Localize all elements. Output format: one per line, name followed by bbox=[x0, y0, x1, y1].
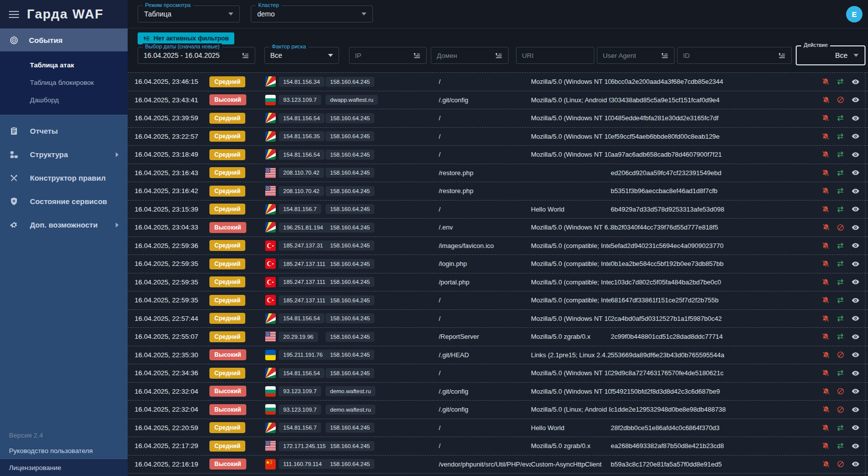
sidebar-item-1[interactable]: Структура bbox=[0, 143, 128, 166]
table-row[interactable]: 16.04.2025, 23:46:15 Средний 154.81.156.… bbox=[128, 72, 868, 91]
active-filters-chip[interactable]: Нет активных фильтров bbox=[138, 32, 234, 44]
notifications-off-icon[interactable] bbox=[822, 296, 830, 304]
view-details-icon[interactable] bbox=[851, 132, 860, 141]
view-details-icon[interactable] bbox=[851, 350, 860, 359]
view-details-icon[interactable] bbox=[851, 332, 860, 341]
notifications-off-icon[interactable] bbox=[822, 241, 830, 250]
action-select[interactable]: Действие Все bbox=[796, 45, 866, 65]
sort-icon[interactable] bbox=[410, 52, 421, 59]
table-row[interactable]: 16.04.2025, 22:20:59 Средний 154.81.156.… bbox=[128, 419, 868, 437]
sidebar-subitem-2[interactable]: Дашборд bbox=[0, 91, 128, 109]
notifications-off-icon[interactable] bbox=[822, 150, 830, 159]
notifications-off-icon[interactable] bbox=[822, 169, 830, 177]
view-details-icon[interactable] bbox=[851, 223, 860, 232]
view-details-icon[interactable] bbox=[851, 423, 860, 432]
view-details-icon[interactable] bbox=[851, 369, 860, 378]
table-row[interactable]: 16.04.2025, 23:18:49 Средний 154.81.156.… bbox=[128, 145, 868, 164]
notifications-off-icon[interactable] bbox=[822, 387, 830, 396]
view-details-icon[interactable] bbox=[851, 277, 860, 286]
ip-filter[interactable] bbox=[349, 47, 427, 64]
view-details-icon[interactable] bbox=[851, 405, 860, 414]
view-details-icon[interactable] bbox=[851, 114, 860, 123]
sort-icon[interactable] bbox=[238, 52, 249, 59]
sidebar-subitem-0[interactable]: Таблица атак bbox=[0, 56, 128, 74]
table-row[interactable]: 16.04.2025, 22:59:36 Средний 185.247.137… bbox=[128, 237, 868, 255]
view-details-icon[interactable] bbox=[851, 187, 860, 196]
notifications-off-icon[interactable] bbox=[822, 332, 830, 341]
user-agent-filter-input[interactable] bbox=[603, 52, 658, 59]
view-details-icon[interactable] bbox=[851, 77, 860, 86]
uri-filter[interactable] bbox=[516, 47, 594, 64]
sidebar-item-3[interactable]: Состояние сервисов bbox=[0, 190, 128, 213]
table-row[interactable]: 16.04.2025, 23:22:57 Средний 154.81.156.… bbox=[128, 127, 868, 146]
view-details-icon[interactable] bbox=[851, 205, 860, 214]
view-details-icon[interactable] bbox=[851, 460, 860, 469]
notifications-off-icon[interactable] bbox=[822, 187, 830, 195]
domain-filter-input[interactable] bbox=[437, 52, 492, 59]
view-details-icon[interactable] bbox=[851, 442, 860, 451]
sidebar-subitem-1[interactable]: Таблица блокировок bbox=[0, 74, 128, 91]
table-row[interactable]: 16.04.2025, 22:59:35 Средний 185.247.137… bbox=[128, 291, 868, 309]
table-row[interactable]: 16.04.2025, 22:55:07 Средний 20.29.19.96… bbox=[128, 327, 868, 346]
sort-icon[interactable] bbox=[492, 52, 503, 59]
view-details-icon[interactable] bbox=[851, 241, 860, 250]
user-agent-filter[interactable] bbox=[597, 47, 675, 64]
id-filter[interactable] bbox=[677, 47, 792, 64]
sidebar-item-4[interactable]: Доп. возможности bbox=[0, 213, 128, 237]
table-row[interactable]: 16.04.2025, 23:43:41 Высокий 93.123.109.… bbox=[128, 91, 868, 109]
table-row[interactable]: 16.04.2025, 23:16:42 Средний 208.110.70.… bbox=[128, 182, 868, 200]
notifications-off-icon[interactable] bbox=[822, 278, 830, 286]
notifications-off-icon[interactable] bbox=[822, 442, 830, 450]
notifications-off-icon[interactable] bbox=[822, 259, 830, 268]
view-details-icon[interactable] bbox=[851, 168, 860, 177]
hamburger-menu-icon[interactable] bbox=[9, 11, 19, 18]
ip-filter-input[interactable] bbox=[355, 52, 410, 59]
user-avatar[interactable]: E bbox=[846, 6, 863, 22]
domain-filter[interactable] bbox=[431, 47, 509, 64]
table-row[interactable]: 16.04.2025, 23:16:43 Средний 208.110.70.… bbox=[128, 164, 868, 182]
notifications-off-icon[interactable] bbox=[822, 351, 830, 359]
view-mode-select[interactable]: Режим просмотра Таблица bbox=[138, 5, 240, 22]
view-details-icon[interactable] bbox=[851, 150, 860, 159]
uri-filter-input[interactable] bbox=[522, 52, 588, 59]
sidebar-item-0[interactable]: Отчеты bbox=[0, 119, 128, 143]
date-range-filter[interactable]: Выбор даты (сначала новые) 16.04.2025 - … bbox=[138, 47, 255, 64]
notifications-off-icon[interactable] bbox=[822, 77, 830, 86]
view-details-icon[interactable] bbox=[851, 95, 860, 104]
notifications-off-icon[interactable] bbox=[822, 369, 830, 377]
table-row[interactable]: 16.04.2025, 23:04:33 Высокий 196.251.81.… bbox=[128, 218, 868, 237]
table-row[interactable]: 16.04.2025, 22:16:19 Высокий 111.160.79.… bbox=[128, 473, 868, 476]
notifications-off-icon[interactable] bbox=[822, 314, 830, 323]
notifications-off-icon[interactable] bbox=[822, 114, 830, 122]
table-row[interactable]: 16.04.2025, 22:16:19 Высокий 111.160.79.… bbox=[128, 455, 868, 474]
risk-factor-select[interactable]: Фактор риска Все bbox=[264, 47, 339, 64]
table-row[interactable]: 16.04.2025, 23:39:59 Средний 154.81.156.… bbox=[128, 109, 868, 127]
id-filter-input[interactable] bbox=[683, 52, 775, 59]
notifications-off-icon[interactable] bbox=[822, 460, 830, 469]
view-details-icon[interactable] bbox=[851, 296, 860, 305]
table-row[interactable]: 16.04.2025, 22:34:36 Средний 154.81.156.… bbox=[128, 364, 868, 382]
view-details-icon[interactable] bbox=[851, 259, 860, 268]
table-row[interactable]: 16.04.2025, 22:32:04 Высокий 93.123.109.… bbox=[128, 382, 868, 401]
notifications-off-icon[interactable] bbox=[822, 424, 830, 432]
sort-icon[interactable] bbox=[658, 52, 669, 59]
table-row[interactable]: 16.04.2025, 22:59:35 Средний 185.247.137… bbox=[128, 273, 868, 291]
notifications-off-icon[interactable] bbox=[822, 205, 830, 214]
licensing-link[interactable]: Лицензирование bbox=[0, 459, 128, 476]
table-row[interactable]: 16.04.2025, 22:59:35 Средний 185.247.137… bbox=[128, 254, 868, 273]
notifications-off-icon[interactable] bbox=[822, 223, 830, 232]
table-row[interactable]: 16.04.2025, 22:35:30 Высокий 195.211.191… bbox=[128, 346, 868, 364]
view-details-icon[interactable] bbox=[851, 387, 860, 396]
sort-icon[interactable] bbox=[775, 52, 786, 59]
user-manual-link[interactable]: Руководство пользователя bbox=[0, 443, 128, 459]
table-row[interactable]: 16.04.2025, 22:32:04 Высокий 93.123.109.… bbox=[128, 400, 868, 419]
notifications-off-icon[interactable] bbox=[822, 96, 830, 104]
table-row[interactable]: 16.04.2025, 22:17:29 Средний 172.171.245… bbox=[128, 437, 868, 455]
sidebar-item-events[interactable]: События bbox=[0, 28, 128, 51]
table-row[interactable]: 16.04.2025, 22:57:44 Средний 154.81.156.… bbox=[128, 309, 868, 328]
view-details-icon[interactable] bbox=[851, 314, 860, 323]
notifications-off-icon[interactable] bbox=[822, 132, 830, 141]
table-row[interactable]: 16.04.2025, 23:15:39 Средний 154.81.156.… bbox=[128, 200, 868, 219]
sidebar-item-2[interactable]: Конструктор правил bbox=[0, 166, 128, 190]
cluster-select[interactable]: Кластер demo bbox=[251, 5, 373, 22]
